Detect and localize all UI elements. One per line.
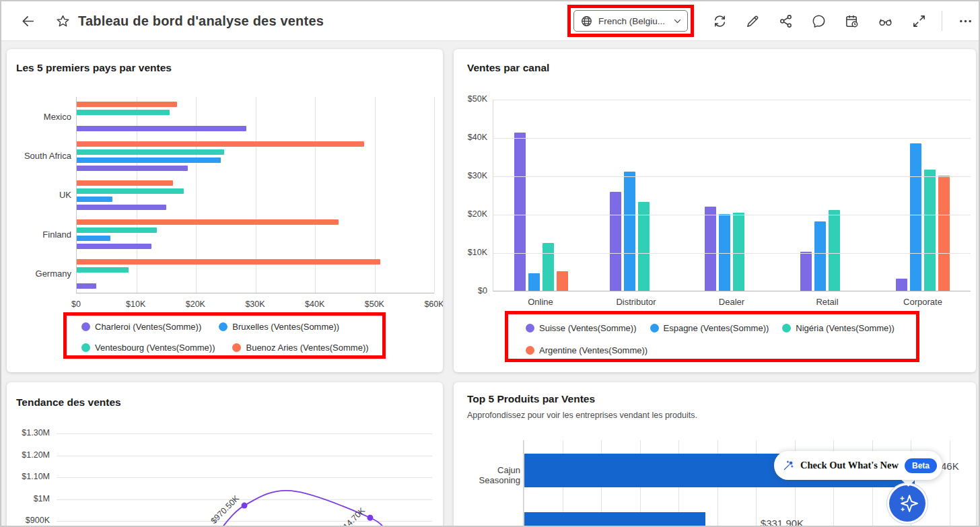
bar[interactable] [77, 259, 380, 265]
legend-item[interactable]: Buenoz Aries (Ventes(Somme)) [232, 341, 368, 353]
tick-label: $40K [305, 300, 324, 309]
slideshow-button[interactable] [875, 11, 895, 31]
bar[interactable] [77, 219, 339, 225]
legend-item[interactable]: Suisse (Ventes(Somme)) [526, 322, 637, 334]
glasses-icon [878, 13, 893, 29]
bar[interactable] [77, 110, 170, 115]
value-label: $331.90K [761, 518, 804, 527]
gridline [493, 215, 971, 215]
share-button[interactable] [775, 11, 796, 31]
bar[interactable] [514, 133, 526, 291]
category-label: Dealer [719, 297, 744, 307]
legend-dot [526, 346, 534, 355]
ai-assistant-fab[interactable] [889, 485, 925, 522]
bar[interactable] [896, 279, 907, 291]
bar[interactable] [829, 210, 840, 291]
card-sales-trend: Tendance des ventes $1.30M$1.20M$1.10M$1… [7, 382, 443, 527]
beta-badge: Beta [905, 458, 937, 473]
trend-line-svg: $970.50K$914.70K [57, 423, 432, 527]
bar-group [875, 100, 971, 291]
legend-item[interactable]: Charleroi (Ventes(Somme)) [81, 320, 201, 332]
legend-item[interactable]: Argentine (Ventes(Somme)) [526, 344, 648, 356]
bar[interactable] [938, 176, 950, 291]
bar[interactable] [77, 267, 129, 273]
chart-legend: Charleroi (Ventes(Somme))Bruxelles (Vent… [67, 316, 382, 353]
bar[interactable] [77, 244, 151, 249]
back-button[interactable] [18, 11, 38, 31]
bar-group [77, 176, 434, 215]
legend-item[interactable]: Ventesbourg (Ventes(Somme)) [81, 341, 215, 353]
whats-new-popup[interactable]: Check Out What's New Beta [774, 451, 942, 480]
comment-icon [811, 13, 827, 29]
bar-plot-area [76, 97, 434, 293]
favorite-button[interactable] [53, 11, 73, 31]
bar[interactable] [77, 227, 157, 233]
bar[interactable] [77, 180, 173, 186]
legend-label: Bruxelles (Ventes(Somme)) [232, 322, 339, 332]
data-point-marker[interactable] [367, 515, 373, 521]
bar[interactable] [557, 271, 568, 291]
bar[interactable] [814, 221, 826, 291]
bar[interactable] [77, 126, 246, 131]
tick-label: $0 [71, 300, 81, 309]
star-icon [55, 13, 71, 29]
refresh-button[interactable] [709, 11, 730, 31]
schedule-button[interactable] [841, 11, 862, 31]
comment-button[interactable] [808, 11, 829, 31]
legend-item[interactable]: Bruxelles (Ventes(Somme)) [219, 320, 339, 332]
bar[interactable] [638, 202, 650, 291]
language-dropdown[interactable]: French (Belgiu... [573, 10, 688, 32]
bar[interactable] [77, 141, 364, 147]
bar[interactable] [624, 172, 635, 291]
bar[interactable] [524, 512, 705, 527]
bar[interactable] [910, 143, 921, 291]
tick-label: $900K [7, 516, 50, 525]
fullscreen-button[interactable] [909, 11, 929, 31]
page-title: Tableau de bord d'analyse des ventes [78, 1, 324, 41]
bar[interactable] [77, 149, 224, 155]
bar-plot-area [493, 100, 971, 291]
category-label: Corporate [903, 297, 942, 307]
bar[interactable] [733, 213, 744, 291]
legend-dot [81, 322, 90, 331]
more-button[interactable] [955, 11, 975, 31]
bar[interactable] [77, 197, 112, 202]
legend-label: Nigéria (Ventes(Somme)) [796, 323, 895, 333]
legend-label: Espagne (Ventes(Somme)) [664, 323, 769, 333]
gridline [493, 100, 971, 100]
legend-dot [232, 343, 241, 352]
card-subtitle: Approfondissez pour voir les entreprises… [467, 411, 697, 420]
bar[interactable] [800, 252, 812, 291]
legend-label: Suisse (Ventes(Somme)) [539, 323, 637, 333]
bar[interactable] [924, 170, 936, 291]
category-label: Mexico [7, 97, 71, 136]
bar[interactable] [77, 205, 166, 210]
bar[interactable] [77, 236, 110, 241]
bar[interactable] [542, 243, 554, 291]
legend-item[interactable]: Nigéria (Ventes(Somme)) [782, 322, 895, 334]
bar[interactable] [77, 166, 188, 171]
data-point-marker[interactable] [242, 503, 248, 509]
legend-item[interactable]: Espagne (Ventes(Somme)) [650, 322, 769, 334]
annotation-box-legend: Suisse (Ventes(Somme))Espagne (Ventes(So… [505, 311, 919, 362]
bar[interactable] [528, 273, 540, 291]
bar[interactable] [77, 283, 96, 289]
bar-group [685, 100, 780, 291]
annotation-box-legend: Charleroi (Ventes(Somme))Bruxelles (Vent… [63, 312, 386, 359]
tick-label: $30K [245, 300, 265, 309]
whats-new-label: Check Out What's New [800, 460, 899, 471]
bar[interactable] [610, 192, 621, 291]
bar[interactable] [719, 214, 730, 291]
more-horizontal-icon [958, 13, 973, 29]
edit-button[interactable] [742, 11, 763, 31]
bar[interactable] [77, 188, 184, 194]
bar[interactable] [77, 102, 177, 107]
edit-icon [745, 13, 761, 29]
card-title: Ventes par canal [467, 62, 549, 74]
card-top-countries: Les 5 premiers pays par ventes MexicoSou… [7, 49, 443, 372]
category-label: Chang [456, 524, 520, 527]
category-label: Finland [7, 215, 71, 254]
bar[interactable] [77, 157, 221, 163]
tick-label: $20K [454, 209, 487, 219]
bar[interactable] [705, 207, 716, 291]
